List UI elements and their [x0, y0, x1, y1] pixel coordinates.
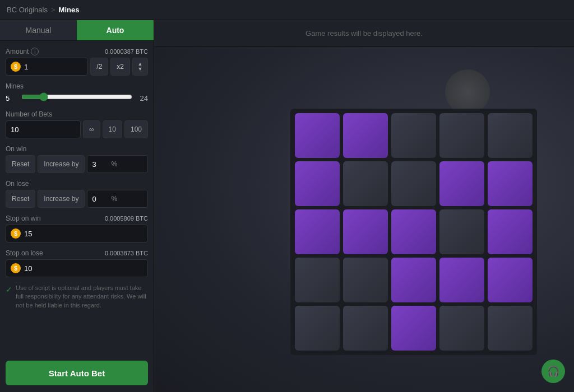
amount-label: Amount [6, 48, 29, 55]
bets-row: ∞ 10 100 [6, 120, 148, 138]
mines-value: 5 [6, 94, 17, 102]
on-lose-percent-input[interactable]: % [87, 190, 148, 208]
mines-slider[interactable] [21, 92, 132, 101]
grid-cell[interactable] [439, 258, 484, 302]
on-win-increase-button[interactable]: Increase by [38, 155, 85, 173]
grid-cell[interactable] [439, 161, 484, 206]
grid-cell[interactable] [295, 306, 340, 351]
on-lose-value[interactable] [92, 195, 109, 203]
stop-lose-btc: 0.0003873 BTC [105, 250, 148, 256]
on-win-reset-button[interactable]: Reset [6, 155, 35, 173]
game-header: Game results will be displayed here. [154, 20, 574, 47]
amount-input-row: $ /2 x2 ▲ ▼ [6, 58, 148, 76]
grid-cell[interactable] [295, 161, 340, 206]
grid-cell[interactable] [439, 113, 484, 158]
on-win-row: Reset Increase by % [6, 155, 148, 173]
on-lose-increase-button[interactable]: Increase by [38, 190, 85, 208]
stop-win-input[interactable] [24, 230, 58, 238]
on-lose-row: Reset Increase by % [6, 190, 148, 208]
amount-coin-input[interactable]: $ [6, 58, 88, 76]
tab-bar: Manual Auto [0, 20, 154, 41]
stop-lose-coin-icon: $ [11, 263, 21, 273]
breadcrumb-current: Mines [59, 6, 80, 14]
sidebar: Manual Auto Amount i 0.0000387 BTC $ [0, 20, 154, 392]
tab-manual[interactable]: Manual [0, 20, 77, 40]
bets-field: Number of Bets ∞ 10 100 [6, 110, 148, 138]
grid-cell[interactable] [391, 113, 436, 158]
sidebar-content: Amount i 0.0000387 BTC $ /2 x2 ▲ ▼ [0, 41, 154, 361]
on-win-label: On win [6, 145, 26, 153]
bets-label-row: Number of Bets [6, 110, 148, 118]
grid-cell[interactable] [391, 306, 436, 351]
grid-cell[interactable] [295, 113, 340, 158]
amount-info-icon[interactable]: i [31, 48, 39, 55]
stop-win-btc: 0.0005809 BTC [105, 215, 148, 222]
start-auto-bet-button[interactable]: Start Auto Bet [6, 361, 148, 385]
disclaimer: ✓ Use of script is optional and players … [6, 284, 148, 310]
on-lose-label: On lose [6, 180, 29, 188]
breadcrumb-separator: > [51, 6, 55, 14]
mines-label: Mines [6, 82, 24, 90]
amount-label-row: Amount i 0.0000387 BTC [6, 48, 148, 55]
stop-win-input-row[interactable]: $ [6, 225, 148, 242]
on-lose-reset-button[interactable]: Reset [6, 190, 35, 208]
grid-cell[interactable] [343, 306, 388, 351]
grid-cell[interactable] [343, 113, 388, 158]
mines-field: Mines 5 24 [6, 82, 148, 104]
check-icon: ✓ [6, 284, 12, 310]
stop-lose-input[interactable] [24, 264, 58, 273]
grid-cell[interactable] [439, 209, 484, 254]
grid-cell[interactable] [295, 209, 340, 254]
stop-win-label-row: Stop on win 0.0005809 BTC [6, 214, 148, 222]
amount-arrows[interactable]: ▲ ▼ [132, 58, 148, 76]
amount-field: Amount i 0.0000387 BTC $ /2 x2 ▲ ▼ [6, 48, 148, 76]
tab-auto[interactable]: Auto [77, 20, 154, 40]
grid-cell[interactable] [488, 306, 533, 351]
bets-100-button[interactable]: 100 [124, 120, 148, 138]
grid-cell[interactable] [391, 209, 436, 254]
mines-slider-container [21, 92, 132, 104]
game-canvas: 🎧 [154, 47, 574, 392]
game-area: Game results will be displayed here. 🎧 [154, 20, 574, 392]
mines-label-row: Mines [6, 82, 148, 90]
on-win-percent-sign: % [111, 160, 117, 168]
breadcrumb-parent[interactable]: BC Originals [7, 6, 48, 14]
stop-win-field: Stop on win 0.0005809 BTC $ [6, 214, 148, 242]
top-bar: BC Originals > Mines [0, 0, 574, 20]
bets-10-button[interactable]: 10 [103, 120, 122, 138]
stop-win-label: Stop on win [6, 214, 41, 222]
bets-infinity-button[interactable]: ∞ [83, 120, 100, 138]
disclaimer-text: Use of script is optional and players mu… [16, 284, 148, 310]
on-lose-label-row: On lose [6, 180, 148, 188]
on-win-label-row: On win [6, 145, 148, 153]
stop-lose-label: Stop on lose [6, 249, 43, 257]
double-button[interactable]: x2 [110, 58, 130, 76]
breadcrumb: BC Originals > Mines [7, 6, 79, 14]
half-button[interactable]: /2 [90, 58, 108, 76]
game-header-text: Game results will be displayed here. [305, 29, 423, 38]
on-lose-percent-sign: % [111, 195, 117, 203]
mines-grid [290, 109, 537, 355]
grid-cell[interactable] [391, 258, 436, 302]
amount-input[interactable] [24, 63, 47, 71]
bets-label: Number of Bets [6, 110, 52, 118]
grid-cell[interactable] [488, 258, 533, 302]
main-layout: Manual Auto Amount i 0.0000387 BTC $ [0, 20, 574, 392]
chat-button[interactable]: 🎧 [541, 360, 565, 383]
on-win-value[interactable] [92, 160, 109, 169]
mines-max: 24 [137, 94, 148, 102]
on-win-percent-input[interactable]: % [87, 155, 148, 173]
grid-cell[interactable] [488, 209, 533, 254]
grid-cell[interactable] [343, 209, 388, 254]
bets-input-container[interactable] [6, 120, 81, 138]
grid-cell[interactable] [295, 258, 340, 302]
bets-input[interactable] [11, 125, 33, 134]
grid-cell[interactable] [488, 113, 533, 158]
grid-cell[interactable] [391, 161, 436, 206]
grid-cell[interactable] [343, 258, 388, 302]
grid-cell[interactable] [439, 306, 484, 351]
grid-cell[interactable] [343, 161, 388, 206]
grid-cell[interactable] [488, 161, 533, 206]
moon-decoration [445, 69, 490, 114]
stop-lose-input-row[interactable]: $ [6, 259, 148, 277]
